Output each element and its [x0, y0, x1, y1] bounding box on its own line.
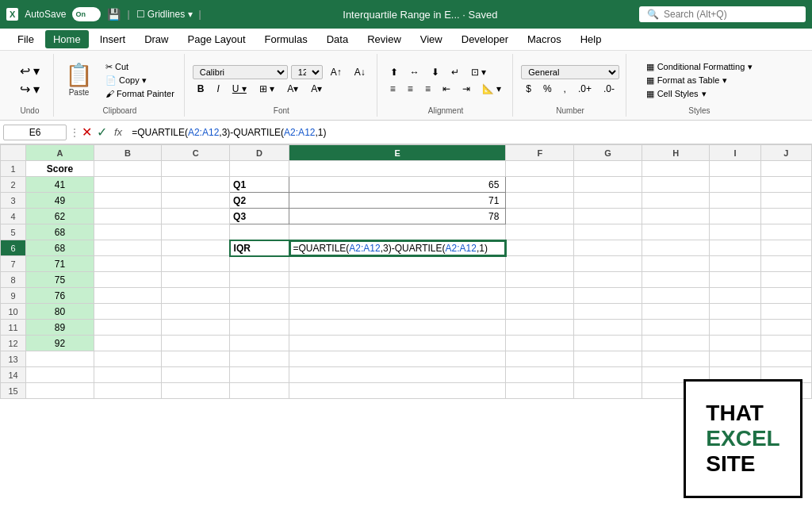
underline-button[interactable]: U ▾: [228, 82, 251, 96]
cell-a1[interactable]: Score: [26, 161, 94, 177]
cell-b8[interactable]: [94, 272, 162, 288]
currency-button[interactable]: $: [521, 82, 536, 96]
col-header-c[interactable]: C: [162, 145, 230, 161]
cell-i5[interactable]: [710, 224, 760, 240]
conditional-formatting-button[interactable]: ▦ Conditional Formatting ▾: [646, 62, 753, 72]
italic-button[interactable]: I: [212, 82, 224, 96]
cell-d11[interactable]: [230, 320, 289, 336]
font-name-select[interactable]: Calibri: [193, 65, 288, 79]
cell-d15[interactable]: [230, 383, 289, 399]
cell-f12[interactable]: [506, 336, 574, 351]
cell-g2[interactable]: [574, 177, 642, 193]
cell-c1[interactable]: [162, 161, 230, 177]
cell-c2[interactable]: [162, 177, 230, 193]
cell-d2[interactable]: Q1: [230, 177, 289, 193]
cell-g15[interactable]: [574, 383, 642, 399]
copy-button[interactable]: 📄 Copy ▾: [102, 75, 178, 86]
confirm-formula-button[interactable]: ✓: [97, 125, 107, 140]
cell-b12[interactable]: [94, 336, 162, 351]
row-header-5[interactable]: 5: [1, 224, 26, 240]
cell-d8[interactable]: [230, 272, 289, 288]
row-header-6[interactable]: 6: [1, 240, 26, 256]
cell-e5[interactable]: [289, 224, 506, 240]
row-header-8[interactable]: 8: [1, 272, 26, 288]
cell-e7[interactable]: [289, 256, 506, 272]
cell-e11[interactable]: [289, 320, 506, 336]
col-header-i[interactable]: I: [710, 145, 760, 161]
cell-c9[interactable]: [162, 288, 230, 304]
row-header-1[interactable]: 1: [1, 161, 26, 177]
cell-d14[interactable]: [230, 367, 289, 383]
row-header-3[interactable]: 3: [1, 193, 26, 209]
menu-draw[interactable]: Draw: [136, 30, 176, 48]
cell-f5[interactable]: [506, 224, 574, 240]
cell-a5[interactable]: 68: [26, 224, 94, 240]
menu-help[interactable]: Help: [573, 30, 610, 48]
col-header-g[interactable]: G: [574, 145, 642, 161]
cell-h5[interactable]: [642, 224, 710, 240]
cell-f15[interactable]: [506, 383, 574, 399]
cell-i1[interactable]: [710, 161, 760, 177]
cell-h4[interactable]: [642, 209, 710, 224]
cell-d12[interactable]: [230, 336, 289, 351]
cell-h1[interactable]: [642, 161, 710, 177]
cell-b9[interactable]: [94, 288, 162, 304]
cell-c12[interactable]: [162, 336, 230, 351]
cut-button[interactable]: ✂ Cut: [102, 61, 178, 73]
cell-i13[interactable]: [710, 351, 760, 367]
cell-e2[interactable]: 65: [289, 177, 506, 193]
row-header-4[interactable]: 4: [1, 209, 26, 224]
cell-b3[interactable]: [94, 193, 162, 209]
cell-f3[interactable]: [506, 193, 574, 209]
cell-a6[interactable]: 68: [26, 240, 94, 256]
cell-c8[interactable]: [162, 272, 230, 288]
cell-b1[interactable]: [94, 161, 162, 177]
increase-indent-button[interactable]: ⇥: [458, 82, 475, 96]
cell-c7[interactable]: [162, 256, 230, 272]
row-header-15[interactable]: 15: [1, 383, 26, 399]
cell-d5[interactable]: [230, 224, 289, 240]
format-painter-button[interactable]: 🖌 Format Painter: [102, 88, 178, 99]
cell-g4[interactable]: [574, 209, 642, 224]
search-box[interactable]: 🔍: [639, 6, 806, 22]
cell-d3[interactable]: Q2: [230, 193, 289, 209]
cell-i12[interactable]: [710, 336, 760, 351]
fill-color-button[interactable]: A▾: [282, 82, 303, 96]
cell-f1[interactable]: [506, 161, 574, 177]
merge-button[interactable]: ⊡ ▾: [466, 65, 491, 79]
align-top-button[interactable]: ⬆: [385, 65, 403, 79]
cell-h7[interactable]: [642, 256, 710, 272]
col-header-j[interactable]: J: [760, 145, 811, 161]
cell-a4[interactable]: 62: [26, 209, 94, 224]
cell-h6[interactable]: [642, 240, 710, 256]
menu-file[interactable]: File: [10, 30, 42, 48]
cell-i8[interactable]: [710, 272, 760, 288]
cell-h2[interactable]: [642, 177, 710, 193]
cell-j8[interactable]: [760, 272, 811, 288]
cell-b4[interactable]: [94, 209, 162, 224]
cell-a14[interactable]: [26, 367, 94, 383]
cell-j6[interactable]: [760, 240, 811, 256]
cell-c5[interactable]: [162, 224, 230, 240]
autosave-toggle[interactable]: On: [72, 7, 101, 21]
cell-h8[interactable]: [642, 272, 710, 288]
cell-f8[interactable]: [506, 272, 574, 288]
cell-d10[interactable]: [230, 304, 289, 320]
cell-d7[interactable]: [230, 256, 289, 272]
row-header-12[interactable]: 12: [1, 336, 26, 351]
cell-f9[interactable]: [506, 288, 574, 304]
cell-c13[interactable]: [162, 351, 230, 367]
cell-a12[interactable]: 92: [26, 336, 94, 351]
cell-i3[interactable]: [710, 193, 760, 209]
cell-a8[interactable]: 75: [26, 272, 94, 288]
cell-g5[interactable]: [574, 224, 642, 240]
menu-data[interactable]: Data: [319, 30, 356, 48]
save-icon[interactable]: 💾: [107, 8, 121, 21]
cell-j11[interactable]: [760, 320, 811, 336]
borders-button[interactable]: ⊞ ▾: [255, 82, 279, 96]
cell-e3[interactable]: 71: [289, 193, 506, 209]
col-header-f[interactable]: F: [506, 145, 574, 161]
cell-g14[interactable]: [574, 367, 642, 383]
cell-g9[interactable]: [574, 288, 642, 304]
row-header-13[interactable]: 13: [1, 351, 26, 367]
